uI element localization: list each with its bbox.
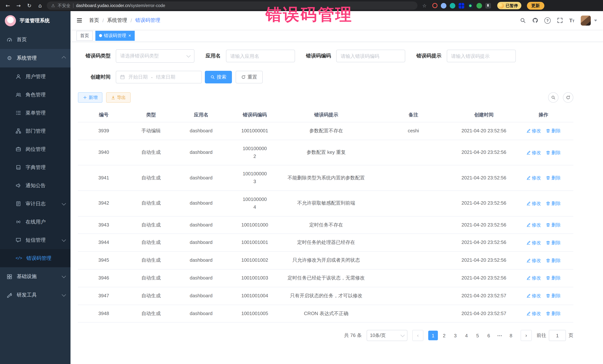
next-page-button[interactable]: › [521, 330, 532, 341]
back-icon[interactable]: ← [4, 1, 12, 10]
pagination: 共 76 条 10条/页 ‹ 1 2 3 4 5 6 ••• 8 [78, 330, 573, 356]
table-row: 3946 自动生成 dashboard 1001001003 定时任务已经处于该… [78, 269, 573, 287]
edit-button[interactable]: 修改 [526, 221, 541, 229]
page-button[interactable]: 5 [473, 331, 482, 341]
sidebar-item-menus[interactable]: 菜单管理 [0, 104, 70, 122]
sidebar-item-positions[interactable]: 岗位管理 [0, 140, 70, 158]
edit-button[interactable]: 修改 [526, 310, 541, 317]
chevron-down-icon [62, 201, 66, 205]
help-icon[interactable]: ? [544, 17, 551, 23]
refresh-table-button[interactable] [563, 92, 573, 103]
forward-icon[interactable]: → [14, 1, 23, 10]
blue-extension-icon[interactable] [441, 3, 446, 8]
add-button[interactable]: 新增 [78, 92, 103, 103]
page-button[interactable]: 6 [484, 331, 494, 341]
sidebar-item-departments[interactable]: 部门管理 [0, 122, 70, 140]
goto-label: 前往 [537, 332, 546, 339]
profile-paused-chip[interactable]: 已暂停 [497, 2, 521, 9]
github-icon[interactable] [532, 17, 538, 23]
goto-page-input[interactable] [549, 330, 566, 341]
breadcrumb-home[interactable]: 首页 [89, 17, 99, 24]
delete-button[interactable]: 删除 [546, 292, 561, 299]
delete-button[interactable]: 删除 [546, 239, 561, 246]
grid-extension-icon[interactable] [458, 3, 464, 8]
start-date-placeholder[interactable]: 开始日期 [128, 74, 148, 80]
sidebar-item-dev-tools[interactable]: 研发工具 [0, 286, 70, 304]
show-search-button[interactable] [548, 92, 558, 103]
security-label[interactable]: 不安全 [58, 3, 70, 8]
teal-extension-icon[interactable] [450, 3, 455, 8]
error-code-input[interactable] [336, 50, 405, 62]
sidebar-item-sms[interactable]: 短信管理 [0, 231, 70, 249]
breadcrumb-system[interactable]: 系统管理 [107, 17, 127, 24]
edit-button[interactable]: 修改 [526, 257, 541, 264]
sidebar-item-online-users[interactable]: 在线用户 [0, 213, 70, 231]
reset-button[interactable]: 重置 [236, 71, 263, 83]
sidebar-item-audit-log[interactable]: 审计日志 [0, 195, 70, 213]
page-button[interactable]: 4 [462, 331, 471, 341]
hamburger-icon[interactable] [76, 17, 82, 23]
sidebar-item-notices[interactable]: 通知公告 [0, 176, 70, 195]
page-size-select[interactable]: 10条/页 [367, 330, 407, 341]
page-button[interactable]: 1 [428, 331, 438, 341]
update-button[interactable]: 更新 [527, 2, 544, 10]
edit-icon [526, 258, 531, 263]
app-name-input[interactable] [226, 50, 295, 62]
delete-button[interactable]: 删除 [546, 221, 561, 229]
close-tag-icon[interactable]: × [128, 33, 131, 38]
table-row: 3941 自动生成 dashboard 1001000003 不能删除类型为系统… [78, 165, 573, 191]
sidebar-item-home[interactable]: 首页 [0, 30, 70, 49]
date-range-picker[interactable]: 开始日期 - 结束日期 [116, 71, 202, 83]
sidebar-item-error-code[interactable]: </> 错误码管理 [0, 249, 70, 267]
edit-button[interactable]: 修改 [526, 200, 541, 207]
fullscreen-icon[interactable] [557, 17, 563, 23]
edit-button[interactable]: 修改 [526, 275, 541, 282]
tag-error-code[interactable]: 错误码管理 × [95, 31, 135, 41]
app-logo[interactable]: 芋道管理系统 [0, 11, 70, 30]
table-row: 3947 自动生成 dashboard 1001001004 只有开启状态的任务… [78, 287, 573, 305]
sidebar-item-dictionary[interactable]: 字典管理 [0, 158, 70, 176]
sidebar-item-infrastructure[interactable]: 基础设施 [0, 267, 70, 286]
sidebar-item-users[interactable]: 用户管理 [0, 67, 70, 86]
green-extension-icon[interactable] [476, 3, 482, 8]
delete-button[interactable]: 删除 [546, 275, 561, 282]
page-button[interactable]: 2 [439, 331, 449, 341]
address-bar[interactable]: ⚠ 不安全 dashboard.yudao.iocoder.cn/system/… [47, 1, 417, 10]
font-size-icon[interactable]: TT [569, 18, 574, 23]
error-message-input[interactable] [447, 50, 516, 62]
delete-button[interactable]: 删除 [546, 149, 561, 156]
search-button[interactable]: 搜索 [205, 71, 232, 83]
edit-button[interactable]: 修改 [526, 292, 541, 299]
edit-button[interactable]: 修改 [526, 239, 541, 246]
end-date-placeholder[interactable]: 结束日期 [156, 74, 175, 80]
delete-button[interactable]: 删除 [546, 127, 561, 135]
edit-button[interactable]: 修改 [526, 149, 541, 156]
bookmark-star-icon[interactable]: ☆ [422, 3, 427, 8]
reload-icon[interactable]: ↻ [25, 1, 33, 10]
delete-button[interactable]: 删除 [546, 310, 561, 317]
avatar-caret-icon[interactable] [594, 20, 597, 21]
page-button[interactable]: 3 [451, 331, 460, 341]
edit-button[interactable]: 修改 [526, 127, 541, 135]
pin-extension-icon[interactable] [485, 3, 491, 8]
dark-extension-icon[interactable] [467, 3, 473, 8]
prev-page-button[interactable]: ‹ [412, 330, 423, 341]
plus-icon [83, 95, 87, 100]
home-icon[interactable]: ⌂ [36, 1, 44, 10]
delete-button[interactable]: 删除 [546, 200, 561, 207]
user-avatar[interactable] [581, 15, 591, 25]
logo-image [5, 15, 16, 26]
record-extension-icon[interactable] [432, 3, 437, 8]
sidebar-item-roles[interactable]: 角色管理 [0, 86, 70, 104]
edit-button[interactable]: 修改 [526, 174, 541, 182]
sidebar-item-system[interactable]: ⚙ 系统管理 [0, 49, 70, 67]
url-text[interactable]: dashboard.yudao.iocoder.cn/system/error-… [76, 3, 165, 8]
delete-button[interactable]: 删除 [546, 257, 561, 264]
more-pages-icon[interactable]: ••• [495, 331, 505, 341]
tag-home[interactable]: 首页 [76, 31, 93, 41]
export-button[interactable]: 导出 [106, 92, 131, 103]
page-button[interactable]: 8 [506, 331, 516, 341]
search-icon[interactable] [520, 17, 526, 23]
delete-button[interactable]: 删除 [546, 174, 561, 182]
error-type-select[interactable]: 请选择错误码类型 [116, 49, 195, 63]
